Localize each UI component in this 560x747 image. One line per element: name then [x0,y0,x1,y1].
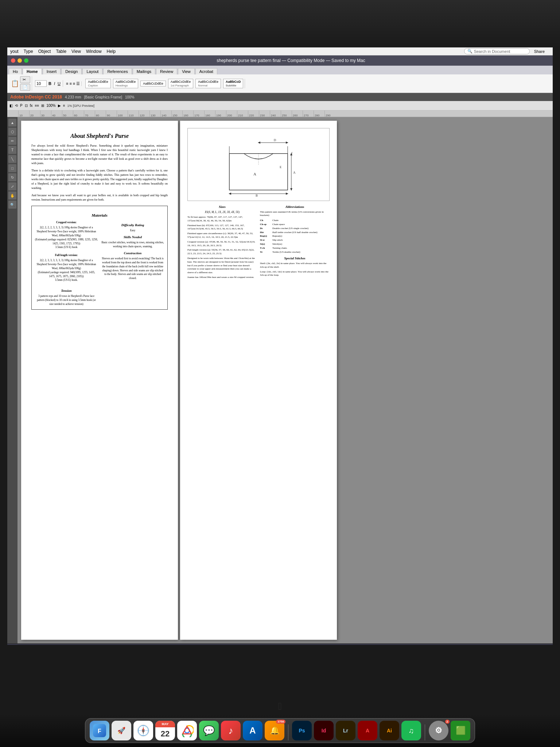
tab-mailings[interactable]: Mailings [133,68,155,74]
tab-view[interactable]: View [178,68,195,74]
rotate-tool[interactable]: ↻ [8,173,16,181]
toolbar-icon-8[interactable]: 100% [46,104,56,108]
menu-item-help[interactable]: Help [107,49,116,54]
align-center-icon[interactable]: ≡ [69,81,71,86]
maximize-button[interactable] [24,58,28,63]
svg-marker-7 [286,193,288,195]
dock-calendar[interactable]: MAY 22 [155,721,175,740]
toolbar-icon-3[interactable]: P [20,104,23,108]
dock-photoshop[interactable]: Ps [292,721,312,740]
finished-bust: Finished bust (b): 87(100, 113, 127, 127… [187,224,257,231]
dock-launchpad[interactable]: 🚀 [112,721,131,740]
ruler: 10 20 30 40 50 60 70 80 90 100 110 120 1… [7,111,553,117]
hand-tool[interactable]: ✋ [8,191,16,200]
paste-button[interactable]: 📋 [11,80,19,88]
dock-game[interactable]: 🟩 [451,721,470,740]
toolbar-icon-1[interactable]: ◧ [9,104,13,108]
dock-system-prefs[interactable]: ⚙ 2 [429,721,448,740]
abbr-key: Rep(s) [260,235,271,238]
dock-spotify[interactable]: ♫ [401,721,421,740]
style-heading1[interactable]: AaBbCcDdEeHeadings [113,79,139,88]
toolbar-icon-2[interactable]: ⟲ [15,104,18,108]
dock-music[interactable]: ♪ [221,721,241,740]
zoom-tool[interactable]: 🔍 [8,201,16,209]
cut-button[interactable]: ✂ [20,76,30,83]
menu-item-view[interactable]: View [71,49,81,54]
toolbar-icon-9[interactable]: ▶ [58,104,61,108]
close-button[interactable] [11,58,15,63]
search-bar[interactable]: 🔍 Search in Document [464,48,530,54]
tab-design[interactable]: Design [61,68,82,74]
underline-button[interactable]: U [57,81,61,86]
scale-tool[interactable]: ⤢ [8,182,16,190]
special-shell: Shell: (2tr, ch2, 2tr) in same place. Yo… [260,262,330,269]
dock-lightroom[interactable]: Lr [336,721,355,740]
text-tool[interactable]: T [8,146,16,154]
dock-safari[interactable] [133,721,153,740]
font-size-input[interactable] [35,80,47,87]
toolbar-icon-5[interactable]: fx [30,104,33,108]
ruler-mark-140: 140 [160,111,171,117]
align-right-icon[interactable]: ≡ [73,81,75,86]
abbr-value: Treble (US double crochet) [272,251,300,254]
menu-item-type[interactable]: Type [24,49,33,54]
style-subhead[interactable]: AaBbCcDSubtitle [223,79,244,88]
tab-ho[interactable]: Ho [9,68,22,74]
canvas-area[interactable]: About Shepherd's Purse I've always loved… [18,117,553,643]
align-left-icon[interactable]: ≡ [66,81,68,86]
copy-button[interactable]: 📄 [20,84,30,91]
tab-references[interactable]: References [103,68,132,74]
pen-tool[interactable]: ✏ [8,137,16,145]
menu-item-yout[interactable]: yout [10,49,19,54]
menu-item-window[interactable]: Window [86,49,102,54]
list-icon[interactable]: ☰ [76,81,80,86]
svg-text:E: E [280,165,282,169]
menu-item-object[interactable]: Object [38,49,51,54]
style-heading2[interactable]: AaBbCcDdEe [140,81,166,86]
dock-chrome[interactable] [177,721,197,740]
dock-finder[interactable]: F [90,721,109,740]
bold-button[interactable]: B [48,81,52,86]
direct-select-tool[interactable]: ⬡ [8,128,16,136]
cropped-length: Cropped version (a): 47(48, 48, 50, 50, … [187,240,257,248]
style-caption[interactable]: AaBbCcDdEeCaption [85,79,111,88]
tab-insert[interactable]: Insert [43,68,61,74]
italic-button[interactable]: I [53,81,56,86]
abbr-row: HtrHalf treble crochet (US half double c… [260,231,330,235]
dock-indesign[interactable]: Id [314,721,334,740]
dock-appstore[interactable]: A [243,721,262,740]
minimize-button[interactable] [18,58,22,63]
special-stitches-title: Special Stitches [260,256,330,261]
share-button[interactable]: Share [534,49,545,54]
tab-layout[interactable]: Layout [82,68,102,74]
ruler-mark-100: 100 [117,111,128,117]
toolbar-icon-7[interactable]: ⊞ [41,104,44,108]
skills-title: Skills Needed [101,235,164,240]
dock-acrobat[interactable]: A [358,721,377,740]
tab-home[interactable]: Home [23,68,42,74]
abbr-key: St(s) [260,243,271,246]
abbr-value: Stitch(es) [272,243,282,246]
selection-tool[interactable]: ▲ [8,119,16,127]
rect-tool[interactable]: □ [8,164,16,172]
toolbar-icon-6[interactable]: ≡≡ [35,104,39,108]
line-tool[interactable]: ╲ [8,155,16,163]
ruler-mark-220: 220 [248,111,259,117]
indesign-label: Adobe InDesign CC 2018 [10,94,62,100]
ruler-mark-280: 280 [314,111,324,117]
frame-type: [Basic Graphics Frame] [84,95,122,99]
dock-illustrator[interactable]: Ai [380,721,399,740]
tab-review[interactable]: Review [156,68,177,74]
tab-acrobat[interactable]: Acrobat [195,68,217,74]
toolbar-icon-10[interactable]: ≡ [63,104,65,108]
menu-item-table[interactable]: Table [56,49,66,54]
toolbar-icon-4[interactable]: ⊡ [25,104,28,108]
dock-notification[interactable]: 🔔 3758 [265,721,284,740]
dock-messages[interactable]: 💬 [199,721,219,740]
abbr-value: Repeat(s) [272,235,282,238]
construction-text: Sleeves are worked first to avoid swatch… [101,257,164,280]
style-heading3[interactable]: AaBbCcDdEe1st Paragraph [168,79,194,88]
materials-cropped-text: 2(2, 2, 2, 2, 3, 3, 3, 3) 100g skeins Da… [35,226,98,249]
style-normal[interactable]: AaBbCcDdEeNormal [195,79,221,88]
materials-full-text: 2(2, 2, 3, 3, 3, 3, 3, 3) 100g skeins Da… [35,259,98,282]
